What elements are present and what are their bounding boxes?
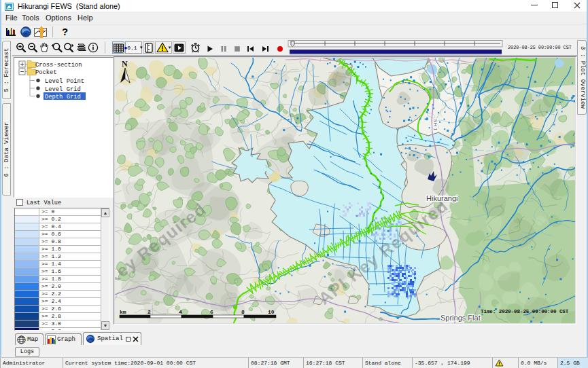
svg-text:km: km [120,309,126,315]
svg-text:Depth Grid: Depth Grid [45,94,81,100]
svg-text:Hikurangi: Hikurangi [426,194,457,202]
svg-text:6: 6 [210,309,213,315]
svg-text:4: 4 [179,309,182,315]
svg-text:Cross-section: Cross-section [35,62,82,69]
svg-text:Level Grid: Level Grid [45,86,81,93]
svg-text:N: N [122,59,128,69]
svg-text:SH 1: SH 1 [432,119,438,131]
svg-text:Level Point: Level Point [45,78,84,85]
svg-text:8: 8 [241,309,245,315]
svg-text:Pocket: Pocket [35,69,57,76]
svg-text:Springs Flat: Springs Flat [440,314,481,322]
svg-text:Time: 2020-08-25 00:00:00 CST: Time: 2020-08-25 00:00:00 CST [481,309,569,314]
svg-text:10: 10 [268,309,275,315]
svg-text:2: 2 [148,309,151,315]
